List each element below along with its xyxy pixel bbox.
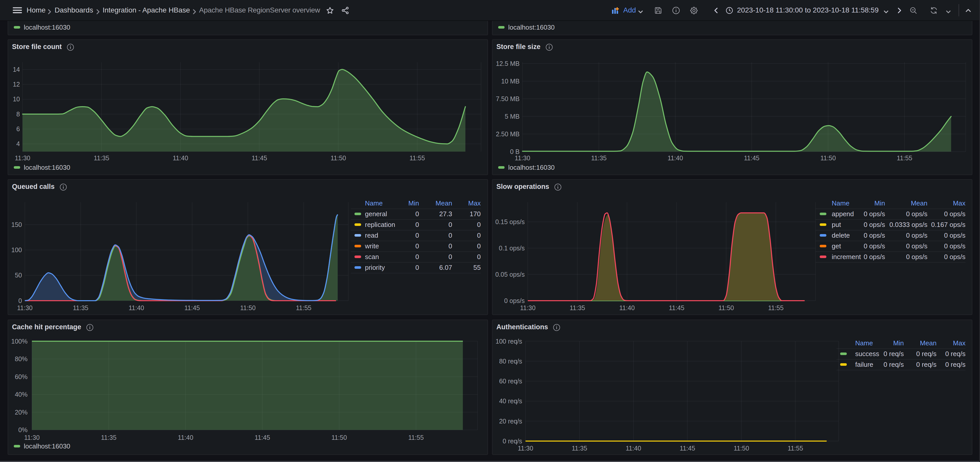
svg-text:20 req/s: 20 req/s [499,417,522,425]
svg-text:11:45: 11:45 [185,304,200,311]
svg-text:11:35: 11:35 [570,304,585,311]
svg-text:5 MB: 5 MB [505,113,520,120]
svg-text:2.50 MB: 2.50 MB [496,131,520,138]
svg-text:11:40: 11:40 [129,304,144,311]
svg-text:11:55: 11:55 [897,155,912,162]
svg-text:11:40: 11:40 [668,155,683,162]
svg-text:11:45: 11:45 [255,434,270,441]
svg-text:11:30: 11:30 [17,304,33,311]
svg-text:100%: 100% [11,338,27,345]
svg-text:11:45: 11:45 [679,444,695,452]
svg-text:11:50: 11:50 [718,304,734,311]
svg-text:11:30: 11:30 [518,444,533,452]
svg-text:4: 4 [16,140,20,147]
svg-text:11:55: 11:55 [788,444,803,452]
svg-text:11:50: 11:50 [240,304,256,311]
svg-text:11:35: 11:35 [591,155,607,162]
svg-text:11:45: 11:45 [251,155,267,162]
svg-text:11:50: 11:50 [331,155,346,162]
svg-text:11:35: 11:35 [73,304,89,311]
svg-text:12.5 MB: 12.5 MB [496,60,520,67]
svg-text:11:30: 11:30 [520,304,536,311]
svg-text:11:30: 11:30 [515,155,530,162]
svg-text:60 req/s: 60 req/s [499,378,522,385]
svg-text:11:55: 11:55 [296,304,312,311]
svg-text:80%: 80% [15,355,27,362]
svg-text:7.50 MB: 7.50 MB [496,95,520,102]
svg-text:11:30: 11:30 [15,155,30,162]
svg-text:11:40: 11:40 [619,304,635,311]
svg-text:11:55: 11:55 [408,434,424,441]
svg-text:11:35: 11:35 [572,444,587,452]
svg-text:0 ops/s: 0 ops/s [504,297,525,304]
svg-text:60%: 60% [15,373,27,380]
svg-text:11:50: 11:50 [331,434,347,441]
svg-text:0 req/s: 0 req/s [503,438,522,444]
svg-text:11:50: 11:50 [734,444,749,452]
svg-text:0.05 ops/s: 0.05 ops/s [495,271,525,278]
svg-text:11:30: 11:30 [24,434,40,441]
svg-text:11:40: 11:40 [626,444,641,452]
svg-text:0%: 0% [18,426,27,433]
svg-text:14: 14 [13,66,20,73]
svg-text:11:55: 11:55 [768,304,784,311]
svg-text:8: 8 [16,110,20,118]
svg-text:0 B: 0 B [510,148,520,155]
svg-text:11:50: 11:50 [820,155,836,162]
svg-text:11:55: 11:55 [410,155,425,162]
svg-text:11:45: 11:45 [669,304,684,311]
svg-text:12: 12 [13,81,20,88]
svg-text:11:40: 11:40 [178,434,193,441]
svg-text:50: 50 [15,272,22,279]
svg-text:0: 0 [18,297,22,304]
svg-text:20%: 20% [15,409,27,416]
svg-text:10: 10 [13,96,20,103]
svg-text:40%: 40% [15,391,27,398]
svg-text:40 req/s: 40 req/s [499,397,522,405]
svg-text:11:35: 11:35 [101,434,117,441]
svg-text:6: 6 [16,125,20,132]
svg-text:10 MB: 10 MB [501,78,520,85]
svg-text:11:40: 11:40 [173,155,188,162]
svg-text:11:35: 11:35 [94,155,109,162]
svg-text:11:45: 11:45 [744,155,759,162]
